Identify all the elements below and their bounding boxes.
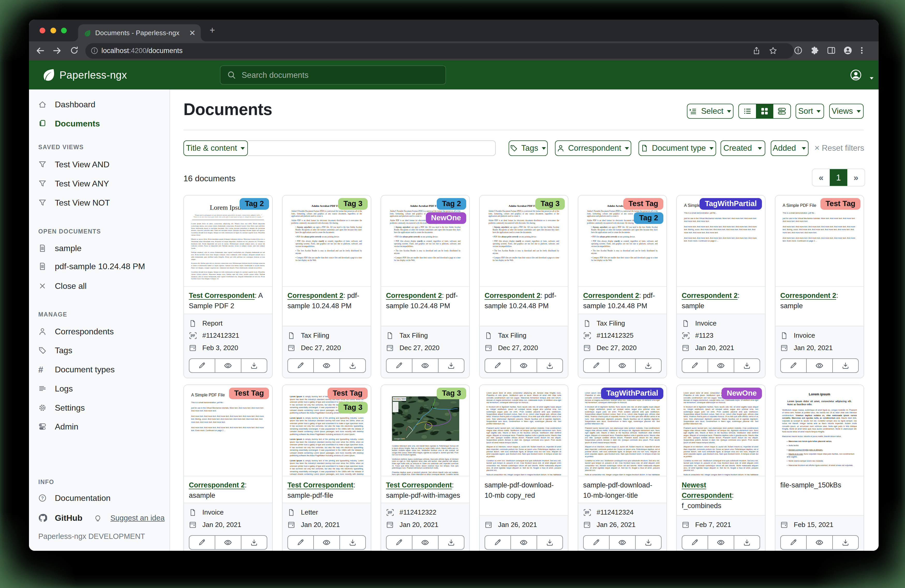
svg-text:Google Earth: Google Earth: [394, 437, 405, 440]
svg-text:Boundary Waters Trip: Boundary Waters Trip: [393, 398, 410, 400]
svg-text:?: ?: [41, 496, 44, 501]
